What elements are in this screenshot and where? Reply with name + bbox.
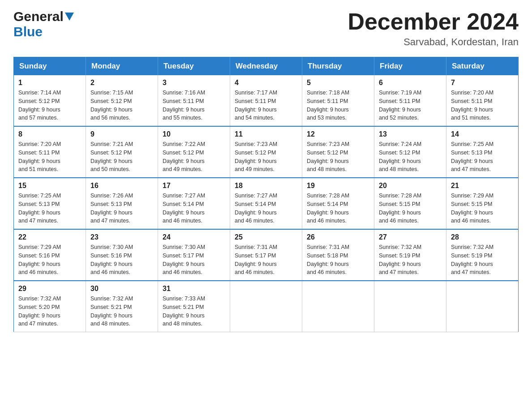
day-info: Sunrise: 7:28 AMSunset: 5:14 PMDaylight:… — [307, 192, 369, 225]
day-number: 5 — [307, 79, 369, 87]
table-row: 13Sunrise: 7:24 AMSunset: 5:12 PMDayligh… — [374, 126, 446, 178]
table-row — [446, 281, 519, 332]
day-number: 7 — [451, 79, 514, 87]
table-row — [230, 281, 302, 332]
table-row: 12Sunrise: 7:23 AMSunset: 5:12 PMDayligh… — [302, 126, 374, 178]
day-number: 23 — [90, 233, 153, 241]
day-number: 24 — [163, 233, 225, 241]
table-row: 6Sunrise: 7:19 AMSunset: 5:11 PMDaylight… — [374, 75, 446, 126]
logo: General Blue — [13, 9, 74, 39]
table-row: 15Sunrise: 7:25 AMSunset: 5:13 PMDayligh… — [14, 178, 86, 229]
table-row: 3Sunrise: 7:16 AMSunset: 5:11 PMDaylight… — [158, 75, 230, 126]
day-number: 28 — [451, 233, 514, 241]
day-info: Sunrise: 7:26 AMSunset: 5:13 PMDaylight:… — [90, 192, 153, 225]
month-year-title: December 2024 — [348, 9, 519, 34]
table-row: 23Sunrise: 7:30 AMSunset: 5:16 PMDayligh… — [86, 229, 158, 281]
table-row: 25Sunrise: 7:31 AMSunset: 5:17 PMDayligh… — [230, 229, 302, 281]
table-row: 28Sunrise: 7:32 AMSunset: 5:19 PMDayligh… — [446, 229, 519, 281]
day-info: Sunrise: 7:24 AMSunset: 5:12 PMDaylight:… — [379, 140, 442, 174]
calendar-header-row: Sunday Monday Tuesday Wednesday Thursday… — [14, 57, 519, 76]
location-subtitle: Sarvabad, Kordestan, Iran — [348, 36, 519, 48]
svg-marker-0 — [65, 13, 74, 21]
day-info: Sunrise: 7:20 AMSunset: 5:11 PMDaylight:… — [451, 89, 514, 122]
table-row: 8Sunrise: 7:20 AMSunset: 5:11 PMDaylight… — [14, 126, 86, 178]
table-row: 14Sunrise: 7:25 AMSunset: 5:13 PMDayligh… — [446, 126, 519, 178]
day-number: 8 — [18, 130, 81, 138]
day-number: 11 — [235, 130, 297, 138]
logo-general-text: General — [13, 9, 64, 24]
day-number: 3 — [163, 79, 225, 87]
day-number: 1 — [18, 79, 81, 87]
day-number: 19 — [307, 182, 369, 190]
day-info: Sunrise: 7:27 AMSunset: 5:14 PMDaylight:… — [235, 192, 297, 225]
day-info: Sunrise: 7:16 AMSunset: 5:11 PMDaylight:… — [163, 89, 225, 122]
day-info: Sunrise: 7:32 AMSunset: 5:20 PMDaylight:… — [18, 295, 81, 328]
table-row: 4Sunrise: 7:17 AMSunset: 5:11 PMDaylight… — [230, 75, 302, 126]
header: General Blue December 2024 Sarvabad, Kor… — [13, 9, 519, 48]
col-sunday: Sunday — [14, 57, 86, 76]
table-row: 5Sunrise: 7:18 AMSunset: 5:11 PMDaylight… — [302, 75, 374, 126]
calendar-week-row: 8Sunrise: 7:20 AMSunset: 5:11 PMDaylight… — [14, 126, 519, 178]
day-info: Sunrise: 7:32 AMSunset: 5:19 PMDaylight:… — [451, 243, 514, 277]
day-number: 29 — [18, 285, 81, 293]
day-number: 9 — [90, 130, 153, 138]
day-number: 13 — [379, 130, 442, 138]
table-row: 1Sunrise: 7:14 AMSunset: 5:12 PMDaylight… — [14, 75, 86, 126]
table-row: 26Sunrise: 7:31 AMSunset: 5:18 PMDayligh… — [302, 229, 374, 281]
day-info: Sunrise: 7:25 AMSunset: 5:13 PMDaylight:… — [451, 140, 514, 174]
calendar-week-row: 29Sunrise: 7:32 AMSunset: 5:20 PMDayligh… — [14, 281, 519, 332]
day-info: Sunrise: 7:14 AMSunset: 5:12 PMDaylight:… — [18, 89, 81, 122]
calendar-week-row: 15Sunrise: 7:25 AMSunset: 5:13 PMDayligh… — [14, 178, 519, 229]
table-row: 16Sunrise: 7:26 AMSunset: 5:13 PMDayligh… — [86, 178, 158, 229]
calendar-table: Sunday Monday Tuesday Wednesday Thursday… — [13, 57, 519, 332]
day-info: Sunrise: 7:31 AMSunset: 5:18 PMDaylight:… — [307, 243, 369, 277]
day-info: Sunrise: 7:21 AMSunset: 5:12 PMDaylight:… — [90, 140, 153, 174]
table-row: 31Sunrise: 7:33 AMSunset: 5:21 PMDayligh… — [158, 281, 230, 332]
day-info: Sunrise: 7:25 AMSunset: 5:13 PMDaylight:… — [18, 192, 81, 225]
table-row — [302, 281, 374, 332]
day-info: Sunrise: 7:29 AMSunset: 5:15 PMDaylight:… — [451, 192, 514, 225]
day-number: 30 — [90, 285, 153, 293]
logo-triangle-icon — [65, 13, 74, 22]
day-info: Sunrise: 7:19 AMSunset: 5:11 PMDaylight:… — [379, 89, 442, 122]
table-row: 24Sunrise: 7:30 AMSunset: 5:17 PMDayligh… — [158, 229, 230, 281]
logo-blue-text: Blue — [13, 24, 43, 39]
day-info: Sunrise: 7:31 AMSunset: 5:17 PMDaylight:… — [235, 243, 297, 277]
day-info: Sunrise: 7:18 AMSunset: 5:11 PMDaylight:… — [307, 89, 369, 122]
table-row: 10Sunrise: 7:22 AMSunset: 5:12 PMDayligh… — [158, 126, 230, 178]
day-info: Sunrise: 7:33 AMSunset: 5:21 PMDaylight:… — [163, 295, 225, 328]
table-row: 9Sunrise: 7:21 AMSunset: 5:12 PMDaylight… — [86, 126, 158, 178]
day-info: Sunrise: 7:17 AMSunset: 5:11 PMDaylight:… — [235, 89, 297, 122]
day-number: 17 — [163, 182, 225, 190]
title-area: December 2024 Sarvabad, Kordestan, Iran — [348, 9, 519, 48]
day-info: Sunrise: 7:30 AMSunset: 5:17 PMDaylight:… — [163, 243, 225, 277]
table-row: 17Sunrise: 7:27 AMSunset: 5:14 PMDayligh… — [158, 178, 230, 229]
table-row: 7Sunrise: 7:20 AMSunset: 5:11 PMDaylight… — [446, 75, 519, 126]
col-wednesday: Wednesday — [230, 57, 302, 76]
day-info: Sunrise: 7:23 AMSunset: 5:12 PMDaylight:… — [235, 140, 297, 174]
col-thursday: Thursday — [302, 57, 374, 76]
day-number: 4 — [235, 79, 297, 87]
day-number: 26 — [307, 233, 369, 241]
day-info: Sunrise: 7:23 AMSunset: 5:12 PMDaylight:… — [307, 140, 369, 174]
day-info: Sunrise: 7:15 AMSunset: 5:12 PMDaylight:… — [90, 89, 153, 122]
table-row: 19Sunrise: 7:28 AMSunset: 5:14 PMDayligh… — [302, 178, 374, 229]
table-row: 11Sunrise: 7:23 AMSunset: 5:12 PMDayligh… — [230, 126, 302, 178]
day-number: 27 — [379, 233, 442, 241]
day-number: 31 — [163, 285, 225, 293]
table-row: 2Sunrise: 7:15 AMSunset: 5:12 PMDaylight… — [86, 75, 158, 126]
day-info: Sunrise: 7:20 AMSunset: 5:11 PMDaylight:… — [18, 140, 81, 174]
table-row: 27Sunrise: 7:32 AMSunset: 5:19 PMDayligh… — [374, 229, 446, 281]
day-info: Sunrise: 7:27 AMSunset: 5:14 PMDaylight:… — [163, 192, 225, 225]
day-info: Sunrise: 7:32 AMSunset: 5:19 PMDaylight:… — [379, 243, 442, 277]
day-number: 21 — [451, 182, 514, 190]
day-number: 25 — [235, 233, 297, 241]
table-row: 18Sunrise: 7:27 AMSunset: 5:14 PMDayligh… — [230, 178, 302, 229]
day-number: 2 — [90, 79, 153, 87]
day-number: 14 — [451, 130, 514, 138]
day-info: Sunrise: 7:28 AMSunset: 5:15 PMDaylight:… — [379, 192, 442, 225]
col-monday: Monday — [86, 57, 158, 76]
col-tuesday: Tuesday — [158, 57, 230, 76]
table-row — [374, 281, 446, 332]
table-row: 21Sunrise: 7:29 AMSunset: 5:15 PMDayligh… — [446, 178, 519, 229]
